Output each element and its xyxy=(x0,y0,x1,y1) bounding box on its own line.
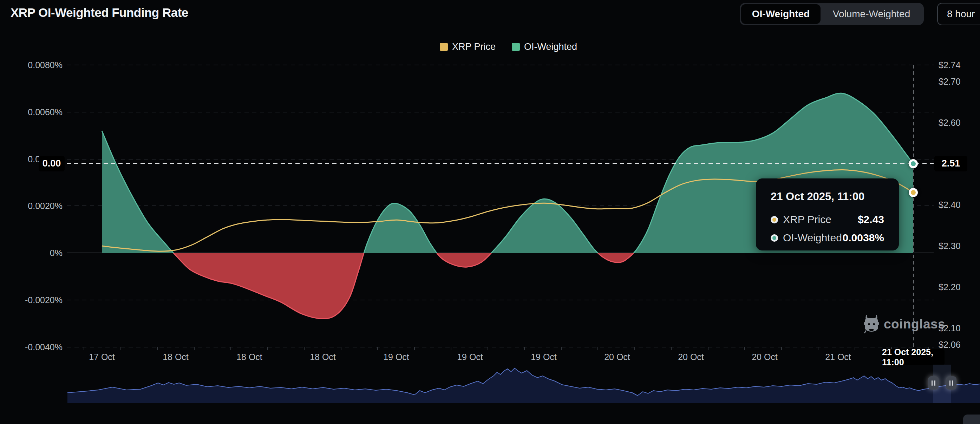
navigator-area xyxy=(67,368,980,403)
navigator-left-handle[interactable] xyxy=(928,376,939,390)
watermark-settings-button[interactable] xyxy=(963,414,980,424)
funding-rate-page: XRP OI-Weighted Funding Rate OI-Weighted… xyxy=(0,0,980,424)
navigator-right-handle[interactable] xyxy=(946,376,956,390)
navigator-canvas[interactable] xyxy=(0,0,980,424)
